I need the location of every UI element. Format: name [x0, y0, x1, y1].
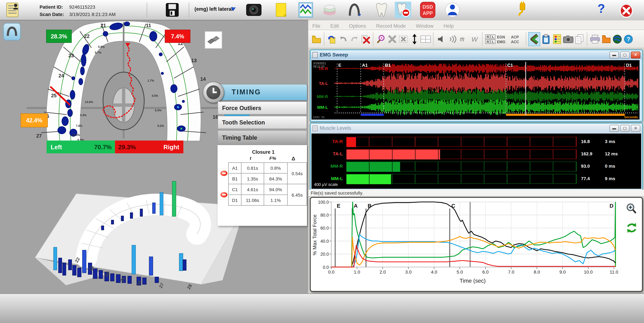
3d-bar-green [172, 181, 176, 216]
svg-text:W: W [471, 36, 478, 43]
web-button[interactable] [612, 32, 623, 46]
emg-sweep-titlebar[interactable]: EMG Sweep ▬ ▢ ✕ [311, 50, 642, 59]
hardware-connect-button[interactable] [514, 2, 531, 18]
menu-edit[interactable]: Edit [330, 23, 339, 29]
tooth-icon [375, 2, 388, 18]
close-app-button[interactable] [618, 2, 634, 19]
back-navigate-button[interactable] [528, 32, 540, 46]
svg-text:4.5%: 4.5% [152, 94, 158, 98]
import-button[interactable] [326, 32, 338, 46]
print-button[interactable] [589, 32, 600, 46]
zoom-tool-button[interactable] [376, 32, 386, 46]
svg-text:6.5%: 6.5% [155, 109, 162, 112]
color-legend-button[interactable] [552, 32, 562, 46]
table-layout-button[interactable] [420, 32, 431, 46]
arch-layers-icon [322, 3, 338, 16]
maximize-button[interactable]: ▢ [620, 51, 630, 58]
force-time-chart[interactable]: 0.020.040.060.080.0100.00.01.02.03.04.05… [311, 198, 640, 289]
svg-text:60.0: 60.0 [320, 226, 329, 230]
menu-record-mode[interactable]: Record Mode [376, 23, 406, 29]
tooth-view-button[interactable] [373, 2, 390, 18]
maximize-button[interactable]: ▢ [620, 124, 630, 132]
fft-button[interactable]: fft [458, 32, 469, 46]
undo-button[interactable] [338, 32, 349, 46]
report-folder-button[interactable] [600, 32, 612, 46]
remove-cd-pair-button[interactable] [220, 192, 228, 197]
vertical-scale-button[interactable] [409, 32, 420, 46]
svg-text:16: 16 [212, 114, 218, 120]
clear-selection-button[interactable] [398, 32, 409, 46]
svg-text:9.2%: 9.2% [158, 124, 164, 128]
acp-acc-button[interactable]: ACPACC [510, 32, 524, 46]
svg-text:R: R [486, 35, 489, 38]
svg-text:Seconds: Seconds [624, 115, 638, 119]
minimize-button[interactable]: ▬ [610, 124, 619, 132]
speaker-button[interactable] [436, 32, 447, 46]
window-function-button[interactable]: W [469, 32, 480, 46]
patient-profile-button[interactable] [444, 2, 461, 18]
arch-curve-button[interactable] [346, 2, 363, 18]
menu-options[interactable]: Options [349, 23, 366, 29]
help-button[interactable]: ? [598, 2, 605, 16]
svg-text:40.0: 40.0 [320, 239, 329, 244]
close-window-button[interactable]: ✕ [631, 51, 640, 58]
svg-text:27: 27 [36, 133, 42, 139]
emg-sweep-chart[interactable]: TA-RTA-LMM-RMM-LEA1B1C1D13/19/202108:21:… [312, 60, 639, 120]
arch-layers-button[interactable] [321, 2, 338, 18]
capture-button[interactable] [562, 32, 574, 46]
toolbar-separator [189, 2, 189, 17]
table-row: C14.61s 94.0%6.45s [228, 184, 307, 195]
force-outliers-button[interactable]: Force Outliers [218, 102, 307, 114]
quadrant-badge-lower-left: 42.4% [21, 113, 48, 127]
menu-file[interactable]: File [312, 23, 320, 29]
close-window-button[interactable]: ✕ [631, 124, 640, 132]
clipboard-button[interactable] [540, 32, 552, 46]
floppy-save-icon [165, 2, 179, 17]
timing-table-button[interactable]: Timing Table [218, 130, 307, 145]
table-row: A10.81s 0.8%0.54s [228, 162, 307, 173]
menu-window[interactable]: Window [416, 23, 434, 29]
egn-emg-button[interactable]: EGNEMG [496, 32, 510, 46]
emg-help-button[interactable]: ? [622, 32, 634, 46]
svg-text:8.0: 8.0 [534, 270, 540, 274]
cable-plug-icon [516, 2, 529, 18]
patient-record-icon[interactable] [4, 2, 21, 18]
tooth-exclude-button[interactable] [395, 2, 411, 18]
clear-x-button[interactable] [386, 32, 398, 46]
svg-text:DSD: DSD [422, 4, 433, 10]
svg-text:14: 14 [200, 76, 206, 82]
svg-text:13: 13 [191, 58, 196, 63]
minimize-button[interactable]: ▬ [610, 51, 619, 58]
remove-ab-pair-button[interactable] [220, 170, 228, 176]
eraser-button[interactable] [205, 31, 222, 49]
delete-record-button[interactable] [360, 32, 371, 46]
timing-panel-title[interactable]: TIMING [210, 84, 307, 100]
svg-text:5.8%: 5.8% [98, 45, 104, 48]
menu-help[interactable]: Help [444, 23, 454, 29]
sound-waves-button[interactable] [446, 32, 458, 46]
waveform-view-button[interactable] [298, 2, 314, 18]
redo-button[interactable] [348, 32, 360, 46]
arch-view-toggle[interactable] [3, 23, 21, 40]
zoom-in-button[interactable] [626, 203, 637, 216]
dsd-app-button[interactable]: DSD APP [420, 2, 436, 18]
scale-label: 400 µV scale [314, 182, 338, 187]
save-button[interactable] [164, 2, 180, 18]
copy-pages-button[interactable] [574, 32, 585, 46]
open-folder-button[interactable] [311, 32, 322, 46]
reset-view-button[interactable] [626, 222, 638, 236]
svg-text:fft: fft [460, 36, 464, 42]
muscle-levels-titlebar[interactable]: Muscle Levels ▬ ▢ ✕ [311, 124, 642, 133]
tooth-selection-button[interactable]: Tooth Selection [218, 116, 307, 129]
camera-icon [246, 3, 262, 17]
svg-text:22: 22 [84, 34, 90, 39]
snapshot-button[interactable] [246, 2, 262, 18]
force-3d-view[interactable]: 22 23 24 25 26 27 28 [29, 177, 247, 290]
rl-channel-button[interactable]: RLRL [484, 32, 496, 46]
notes-button[interactable] [273, 2, 289, 18]
svg-text:4.3%: 4.3% [80, 114, 86, 117]
svg-text:MM-R: MM-R [317, 94, 328, 99]
dsd-app-icon: DSD APP [420, 2, 436, 18]
svg-text:14.6%: 14.6% [85, 100, 93, 104]
quadrant-badge-upper-right: 7.4% [165, 30, 190, 43]
